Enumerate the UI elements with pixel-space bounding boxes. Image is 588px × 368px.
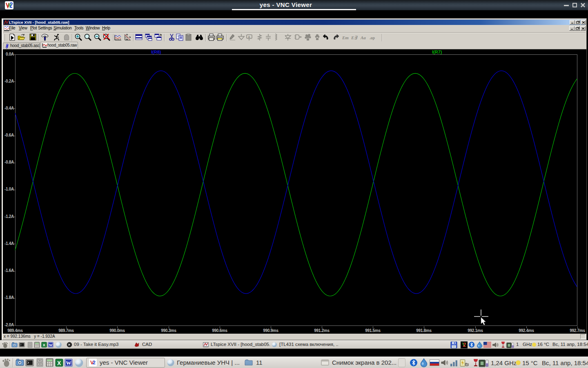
svg-text:.op: .op <box>370 36 375 40</box>
svg-text:X: X <box>43 343 46 347</box>
svg-text:W: W <box>66 360 71 366</box>
svg-text:E∃: E∃ <box>351 35 358 40</box>
svg-text:A: A <box>248 35 250 39</box>
svg-text:W: W <box>49 343 52 347</box>
svg-text:X: X <box>57 360 61 366</box>
svg-text:Em: Em <box>342 35 349 40</box>
svg-text:Aa: Aa <box>360 35 366 40</box>
